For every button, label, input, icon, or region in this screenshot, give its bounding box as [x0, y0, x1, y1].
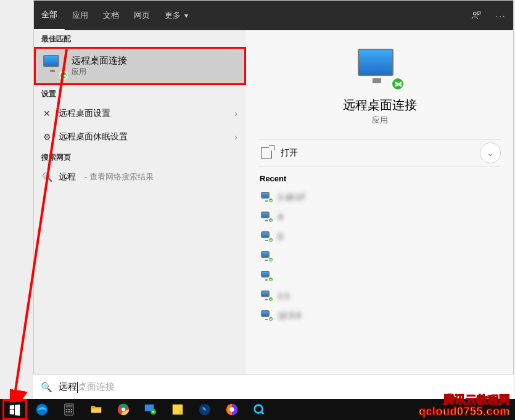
recent-item[interactable]	[258, 246, 501, 266]
section-best-match: 最佳匹配	[34, 30, 246, 47]
remote-desktop-icon	[261, 231, 272, 241]
windows-logo-icon	[8, 403, 22, 416]
recent-item[interactable]: 1 1	[258, 286, 501, 305]
recent-item-label: 4	[278, 212, 282, 221]
settings-item-icon: ✕	[41, 109, 52, 118]
recent-item[interactable]	[258, 266, 501, 286]
preview-title: 远程桌面连接	[343, 97, 417, 113]
svg-rect-15	[173, 405, 183, 415]
remote-desktop-icon	[358, 49, 402, 88]
recent-item[interactable]: 12 3 3	[258, 305, 501, 325]
remote-desktop-icon	[261, 212, 272, 221]
recent-item[interactable]: 1 10 17	[258, 187, 501, 207]
taskbar-edge[interactable]	[30, 399, 54, 420]
color-circle-icon	[225, 403, 239, 416]
remote-desktop-icon	[144, 403, 157, 416]
start-button[interactable]	[2, 399, 27, 420]
taskbar-app-color[interactable]	[220, 399, 244, 420]
recent-item-label: 1 1	[278, 291, 289, 300]
best-match-title: 远程桌面连接	[72, 55, 127, 67]
settings-item-remote-sleep[interactable]: ⚙ 远程桌面休眠设置 ›	[34, 125, 246, 149]
settings-item-label: 远程桌面休眠设置	[59, 131, 228, 142]
note-icon	[171, 403, 184, 416]
svg-point-0	[474, 12, 477, 15]
remote-desktop-icon	[261, 192, 272, 202]
person-feedback-icon	[471, 10, 482, 21]
svg-point-5	[68, 409, 70, 410]
svg-point-12	[122, 408, 125, 411]
more-options-button[interactable]: ···	[488, 1, 513, 30]
remote-desktop-icon	[261, 310, 272, 320]
svg-point-9	[71, 411, 72, 413]
tab-all[interactable]: 全部	[34, 1, 65, 30]
chevron-right-icon: ›	[234, 132, 237, 142]
tab-apps[interactable]: 应用	[65, 1, 96, 30]
remote-desktop-icon	[43, 55, 65, 77]
open-label: 打开	[281, 147, 298, 159]
svg-rect-3	[66, 405, 73, 408]
tab-docs-label: 文档	[103, 10, 119, 21]
taskbar-chrome[interactable]	[111, 399, 136, 420]
tab-docs[interactable]: 文档	[96, 1, 126, 30]
q-app-icon	[252, 403, 266, 416]
svg-point-7	[66, 411, 67, 413]
taskbar-app-blue[interactable]	[192, 399, 217, 420]
taskbar-calculator[interactable]	[57, 399, 81, 420]
calculator-icon	[62, 403, 76, 416]
svg-point-4	[66, 409, 67, 410]
best-match-item[interactable]: 远程桌面连接 应用	[34, 47, 246, 85]
svg-point-18	[229, 407, 234, 411]
recent-item-label: 0	[278, 232, 282, 241]
search-suggestion-ghost: 桌面连接	[78, 381, 115, 393]
tab-all-label: 全部	[41, 9, 57, 20]
chevron-down-icon: ⌄	[487, 148, 494, 158]
edge-icon	[35, 403, 49, 416]
taskbar-sticky-notes[interactable]	[165, 399, 190, 420]
chrome-icon	[117, 403, 130, 416]
recent-header: Recent	[260, 174, 501, 183]
tab-web[interactable]: 网页	[126, 1, 157, 30]
best-match-subtitle: 应用	[72, 67, 127, 77]
settings-item-label: 远程桌面设置	[59, 108, 228, 119]
settings-item-icon: ⚙	[41, 132, 52, 142]
remote-desktop-icon	[261, 290, 272, 300]
recent-item[interactable]: 0	[258, 226, 501, 246]
circle-app-icon	[198, 403, 212, 416]
recent-item-label: 1 10 17	[278, 192, 305, 202]
web-search-hint: - 查看网络搜索结果	[84, 171, 154, 183]
taskbar-app-q[interactable]	[247, 399, 271, 420]
chevron-right-icon: ›	[234, 109, 237, 118]
search-icon: 🔍	[41, 382, 52, 393]
taskbar-remote-desktop[interactable]	[138, 399, 163, 420]
feedback-button[interactable]	[464, 1, 488, 30]
recent-item[interactable]: 4	[258, 207, 501, 226]
taskbar-explorer[interactable]	[84, 399, 109, 420]
section-settings: 设置	[34, 85, 246, 102]
tab-apps-label: 应用	[72, 10, 88, 21]
search-box[interactable]: 🔍 远程桌面连接	[33, 374, 514, 399]
remote-desktop-icon	[261, 251, 272, 261]
tab-more-label: 更多	[165, 10, 181, 21]
remote-desktop-icon	[261, 271, 272, 281]
section-search-web: 搜索网页	[34, 149, 246, 165]
chevron-down-icon: ▼	[183, 12, 189, 19]
preview-subtitle: 应用	[372, 115, 388, 126]
svg-point-8	[68, 411, 70, 413]
settings-item-remote-desktop[interactable]: ✕ 远程桌面设置 ›	[34, 102, 246, 125]
expand-button[interactable]: ⌄	[480, 142, 501, 163]
open-icon	[261, 147, 272, 159]
web-search-item[interactable]: 🔍 远程 - 查看网络搜索结果	[34, 165, 246, 189]
search-typed-text: 远程	[59, 381, 77, 393]
open-action[interactable]: 打开 ⌄	[258, 139, 501, 167]
svg-point-6	[71, 409, 72, 410]
tab-more[interactable]: 更多▼	[157, 1, 197, 30]
recent-item-label: 12 3 3	[278, 311, 300, 320]
search-icon: 🔍	[41, 172, 52, 182]
ellipsis-icon: ···	[496, 11, 506, 20]
tab-web-label: 网页	[134, 10, 150, 21]
folder-icon	[89, 403, 103, 416]
web-search-query: 远程	[59, 171, 76, 183]
